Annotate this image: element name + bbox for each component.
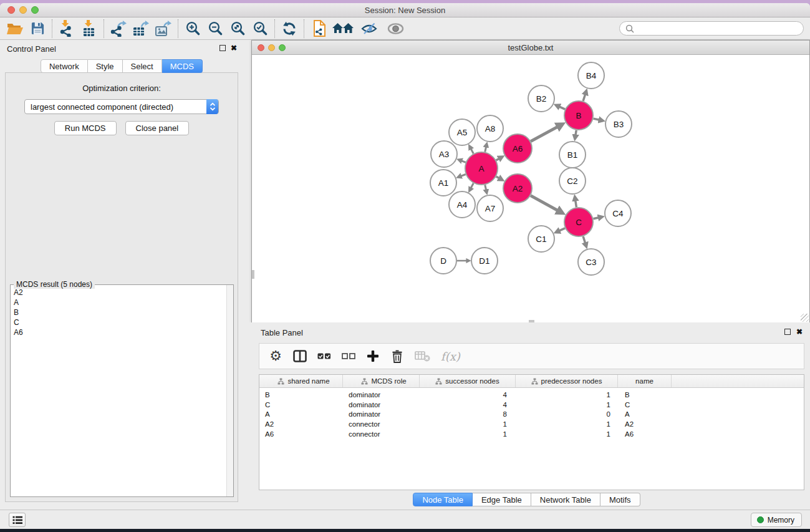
table-cell[interactable]: 1 <box>420 430 516 438</box>
node-A7[interactable]: A7 <box>477 195 503 221</box>
close-table-panel-icon[interactable]: ✖ <box>796 329 803 335</box>
edge-A-A2[interactable] <box>496 177 500 178</box>
tab-node-table[interactable]: Node Table <box>413 493 473 506</box>
table-cell[interactable]: dominator <box>343 410 420 418</box>
close-panel-button[interactable]: Close panel <box>125 121 190 135</box>
node-A3[interactable]: A3 <box>431 141 457 167</box>
open-session-button[interactable] <box>4 19 26 39</box>
table-cell[interactable]: 1 <box>516 401 618 409</box>
save-session-button[interactable] <box>26 19 49 39</box>
column-header-predecessor-nodes[interactable]: predecessor nodes <box>516 375 618 387</box>
show-graphics-details-button[interactable] <box>356 19 382 39</box>
table-cell[interactable]: connector <box>343 420 420 428</box>
node-B[interactable]: B <box>564 101 593 130</box>
table-cell[interactable]: 8 <box>420 410 516 418</box>
table-cell[interactable]: B <box>259 391 343 399</box>
edge-A-A5[interactable] <box>471 148 474 153</box>
node-D[interactable]: D <box>430 248 456 274</box>
table-cell[interactable]: C <box>618 401 672 409</box>
tab-network[interactable]: Network <box>41 59 88 73</box>
table-cell[interactable]: A2 <box>259 420 343 428</box>
table-cell[interactable]: 1 <box>516 430 618 438</box>
close-panel-icon[interactable]: ✖ <box>231 45 237 51</box>
mcds-result-item[interactable]: A2 <box>14 288 226 297</box>
table-cell[interactable]: 1 <box>516 391 618 399</box>
column-header-name[interactable]: name <box>618 375 672 387</box>
first-neighbors-button[interactable] <box>330 19 356 39</box>
node-C[interactable]: C <box>564 208 593 236</box>
function-builder-button[interactable]: f(x) <box>441 350 460 363</box>
node-A6[interactable]: A6 <box>503 134 532 163</box>
node-C4[interactable]: C4 <box>605 200 631 226</box>
mcds-result-item[interactable]: A <box>14 297 226 307</box>
table-cell[interactable]: dominator <box>343 391 420 399</box>
node-A2[interactable]: A2 <box>503 174 532 203</box>
node-A[interactable]: A <box>465 152 498 185</box>
export-network-button[interactable] <box>107 19 130 39</box>
export-image-button[interactable] <box>152 19 175 39</box>
zoom-in-button[interactable] <box>181 19 204 39</box>
node-B2[interactable]: B2 <box>528 85 554 112</box>
edge-A-A3[interactable] <box>461 160 466 162</box>
mcds-result-item[interactable]: C <box>14 317 226 327</box>
node-B3[interactable]: B3 <box>605 111 632 137</box>
edge-A-A6[interactable] <box>496 158 500 160</box>
table-cell[interactable]: A6 <box>618 430 672 438</box>
toggle-columns-button[interactable] <box>293 350 307 362</box>
table-cell[interactable]: A2 <box>618 420 672 428</box>
export-table-button[interactable] <box>130 19 152 39</box>
edge-A-A7[interactable] <box>485 185 486 190</box>
add-column-button[interactable] <box>366 350 380 362</box>
table-row[interactable]: Adominator80A <box>259 409 804 419</box>
zoom-selected-button[interactable] <box>249 19 271 39</box>
result-scrollbar[interactable] <box>226 285 233 496</box>
table-cell[interactable]: 4 <box>420 401 516 409</box>
node-C3[interactable]: C3 <box>578 249 604 275</box>
delete-columns-button[interactable] <box>390 349 404 363</box>
node-D1[interactable]: D1 <box>471 248 498 274</box>
mcds-result-item[interactable]: B <box>14 307 226 317</box>
edge-A2-C[interactable] <box>531 196 559 211</box>
node-B1[interactable]: B1 <box>559 142 586 168</box>
run-mcds-button[interactable]: Run MCDS <box>54 121 117 135</box>
table-cell[interactable]: 1 <box>420 420 516 428</box>
search-field[interactable] <box>619 21 804 36</box>
float-table-panel-icon[interactable] <box>784 329 791 335</box>
delete-table-button[interactable] <box>415 351 430 362</box>
table-cell[interactable]: A <box>618 410 672 418</box>
table-cell[interactable]: connector <box>343 430 420 438</box>
import-table-button[interactable] <box>78 19 100 39</box>
zoom-out-button[interactable] <box>204 19 226 39</box>
tab-edge-table[interactable]: Edge Table <box>473 493 531 506</box>
table-cell[interactable]: 4 <box>420 391 516 399</box>
toggle-bird-view-button[interactable] <box>382 19 408 39</box>
table-cell[interactable]: B <box>618 391 672 399</box>
mcds-result-list[interactable]: A2ABCA6 <box>11 286 226 496</box>
tab-motifs[interactable]: Motifs <box>600 493 640 506</box>
tab-style[interactable]: Style <box>88 59 123 73</box>
edge-C-C4[interactable] <box>593 218 599 219</box>
edge-C-C1[interactable] <box>558 228 565 231</box>
tab-mcds[interactable]: MCDS <box>162 59 203 73</box>
select-all-button[interactable] <box>317 351 331 362</box>
table-cell[interactable]: dominator <box>343 401 420 409</box>
import-network-button[interactable] <box>55 19 78 39</box>
edge-A6-B[interactable] <box>531 126 559 141</box>
column-header-mcds-role[interactable]: MCDS role <box>343 375 420 387</box>
node-C2[interactable]: C2 <box>559 168 586 194</box>
node-B4[interactable]: B4 <box>578 62 604 89</box>
edge-A-A1[interactable] <box>460 175 466 177</box>
search-input[interactable] <box>638 24 798 33</box>
table-cell[interactable]: 0 <box>516 410 618 418</box>
refresh-view-button[interactable] <box>278 19 301 39</box>
column-settings-button[interactable]: ⚙ <box>269 349 282 363</box>
network-canvas[interactable]: B4B2BB3A5A8A6A3B1AA1C2A2A4A7C4CC1DD1C3 <box>252 55 809 322</box>
table-row[interactable]: Bdominator41B <box>259 390 804 400</box>
criterion-dropdown[interactable]: largest connected component (directed) <box>24 99 219 114</box>
network-from-selection-button[interactable] <box>307 19 330 39</box>
table-cell[interactable]: A6 <box>259 430 343 438</box>
edge-C-C3[interactable] <box>583 236 586 244</box>
node-C1[interactable]: C1 <box>528 226 554 252</box>
node-A8[interactable]: A8 <box>477 115 503 142</box>
table-row[interactable]: Cdominator41C <box>259 400 804 410</box>
